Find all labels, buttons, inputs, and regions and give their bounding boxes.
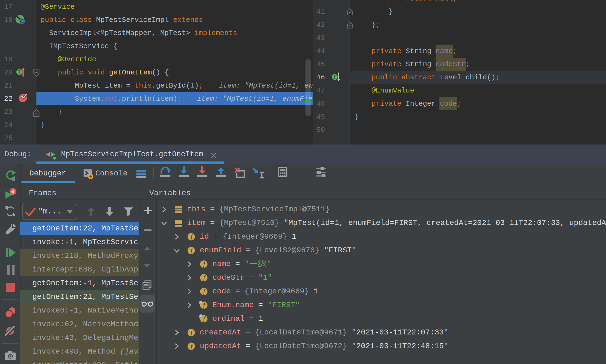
svg-text:I: I xyxy=(18,69,20,75)
svg-text:I: I xyxy=(334,74,336,80)
